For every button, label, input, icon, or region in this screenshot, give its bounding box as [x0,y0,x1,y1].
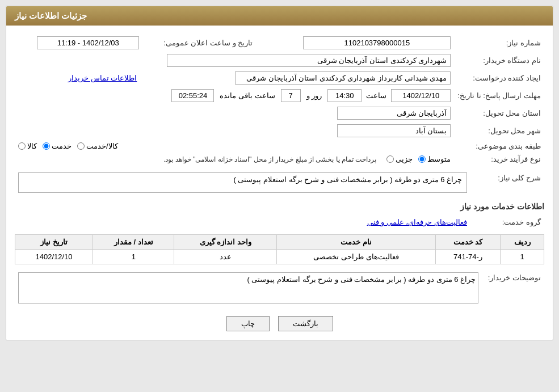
back-button[interactable]: بازگشت [278,316,333,331]
requester-contact-link[interactable]: اطلاعات تماس خریدار [68,74,137,82]
services-table: ردیف کد خدمت نام خدمت واحد اندازه گیری ت… [15,234,544,264]
buttons-row: بازگشت چاپ [15,316,544,331]
purchase-type-label: نوع فرآیند خرید: [454,153,544,166]
page-title: جزئیات اطلاعات نیاز [6,6,553,26]
col-code: کد خدمت [435,235,501,250]
row-index: 1 [501,250,544,264]
response-days-label: روز و [306,91,322,100]
need-desc-box: چراغ 6 متری دو طرفه ( برابر مشخصات فنی و… [18,172,467,193]
service-group-label: گروه خدمت: [470,216,544,229]
buyer-desc-textarea[interactable] [18,272,478,304]
response-days-input[interactable] [281,89,301,102]
response-remaining-label-text: ساعت باقی مانده [220,91,275,100]
buyer-org-label: نام دستگاه خریدار: [454,52,544,69]
province-label: استان محل تحویل: [454,104,544,122]
need-number-label: شماره نیاز: [454,34,544,52]
col-name: نام خدمت [277,235,435,250]
announce-label: تاریخ و ساعت اعلان عمومی: [142,34,256,52]
header-title: جزئیات اطلاعات نیاز [15,11,87,20]
category-khedmat-label: خدمت [52,142,72,150]
buyer-desc-label: توضیحات خریدار: [482,270,544,307]
purchase-type-jozi-label: جزیی [396,155,413,163]
category-kala-radio[interactable] [18,142,26,150]
row-date: 1402/12/10 [15,250,93,264]
row-unit: عدد [174,250,277,264]
city-label: شهر محل تحویل: [454,122,544,140]
row-quantity: 1 [93,250,174,264]
purchase-type-jozi-radio[interactable] [386,155,394,163]
response-deadline-label: مهلت ارسال پاسخ: تا تاریخ: [454,87,544,104]
need-number-input[interactable] [303,36,451,49]
response-time-input[interactable] [327,89,362,102]
purchase-type-motavasset-label: متوسط [427,155,451,163]
city-input[interactable] [337,124,451,137]
category-kala-label: کالا [27,142,37,150]
col-unit: واحد اندازه گیری [174,235,277,250]
row-code: ر-74-741 [435,250,501,264]
buyer-org-input[interactable] [167,54,451,67]
print-button[interactable]: چاپ [226,316,270,331]
col-date: تاریخ نیاز [15,235,93,250]
response-time-label: ساعت [366,91,386,100]
response-remaining-input[interactable] [171,89,214,102]
province-input[interactable] [337,107,451,120]
purchase-type-motavasset-radio[interactable] [418,155,426,163]
category-khedmat-radio[interactable] [43,142,50,150]
need-desc-label: شرح کلی نیاز: [470,170,544,195]
need-desc-value: چراغ 6 متری دو طرفه ( برابر مشخصات فنی و… [234,175,462,184]
row-service-name: فعالیت‌های طراحی تخصصی [277,250,435,264]
col-qty: تعداد / مقدار [93,235,174,250]
response-date-input[interactable] [391,89,451,102]
service-group-value[interactable]: فعالیت‌های حرفه‌ای، علمی و فنی [367,218,467,226]
services-section-title: اطلاعات خدمات مورد نیاز [15,202,544,211]
category-kala-khedmat-radio[interactable] [77,142,85,150]
category-kala-khedmat-label: کالا/خدمت [86,142,118,150]
announce-input[interactable] [37,36,139,49]
requester-input[interactable] [235,71,451,85]
category-label: طبقه بندی موضوعی: [454,140,544,153]
requester-label: ایجاد کننده درخواست: [454,69,544,87]
purchase-type-note: پرداخت تمام یا بخشی از مبلغ خریدار از مح… [163,155,376,163]
table-row: 1 ر-74-741 فعالیت‌های طراحی تخصصی عدد 1 … [15,250,544,264]
col-row: ردیف [501,235,544,250]
